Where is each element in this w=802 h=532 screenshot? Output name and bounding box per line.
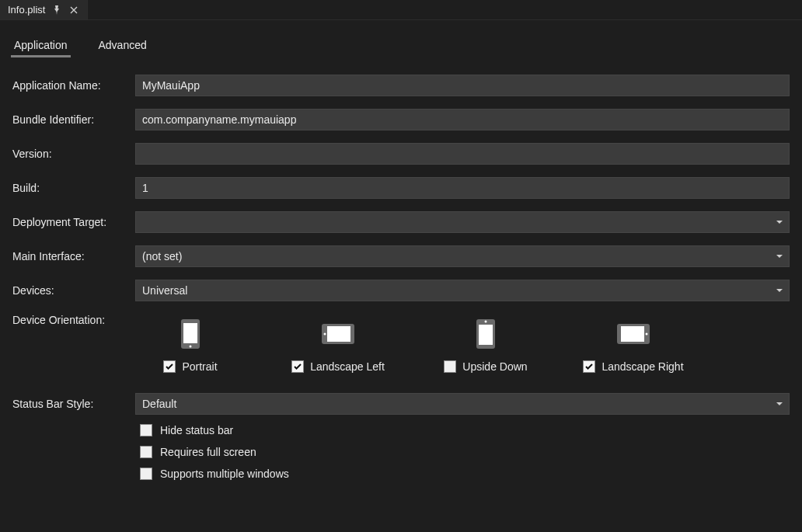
- svg-point-5: [324, 333, 326, 336]
- close-icon[interactable]: [68, 5, 79, 16]
- deployment-target-select[interactable]: [135, 211, 790, 233]
- orientation-landscape-right-checkbox[interactable]: [583, 360, 595, 373]
- bundle-identifier-input[interactable]: [135, 109, 790, 130]
- orientation-portrait-label: Portrait: [182, 360, 217, 373]
- svg-point-2: [190, 346, 192, 348]
- chevron-down-icon: [776, 255, 783, 258]
- build-input[interactable]: [135, 177, 790, 199]
- orientation-landscape-left-checkbox[interactable]: [291, 360, 304, 373]
- orientation-group: Portrait Landscape Left: [135, 314, 790, 373]
- devices-value: Universal: [142, 284, 187, 297]
- svg-point-11: [646, 333, 648, 336]
- pin-icon[interactable]: [51, 5, 62, 16]
- requires-full-screen-checkbox[interactable]: [140, 446, 152, 458]
- application-name-input[interactable]: [135, 75, 790, 96]
- svg-rect-1: [183, 323, 197, 343]
- label-main-interface: Main Interface:: [12, 250, 129, 263]
- orientation-landscape-right-label: Landscape Right: [602, 360, 683, 373]
- subtab-bar: Application Advanced: [12, 20, 790, 64]
- hide-status-bar-label: Hide status bar: [160, 424, 233, 436]
- orientation-upside-down-checkbox[interactable]: [444, 360, 456, 373]
- document-tab-title: Info.plist: [8, 4, 45, 16]
- requires-full-screen-label: Requires full screen: [160, 446, 256, 458]
- orientation-landscape-left-label: Landscape Left: [310, 360, 385, 373]
- supports-multiple-windows-label: Supports multiple windows: [160, 468, 289, 480]
- chevron-down-icon: [776, 289, 783, 292]
- tab-advanced[interactable]: Advanced: [99, 39, 147, 56]
- label-application-name: Application Name:: [12, 79, 129, 92]
- device-landscape-right-icon: [616, 317, 650, 351]
- status-bar-style-select[interactable]: Default: [135, 393, 790, 415]
- status-bar-options: Hide status bar Requires full screen Sup…: [135, 424, 790, 480]
- label-bundle-identifier: Bundle Identifier:: [12, 113, 129, 126]
- svg-point-8: [485, 321, 487, 323]
- main-interface-select[interactable]: (not set): [135, 245, 790, 267]
- orientation-landscape-left: Landscape Left: [288, 317, 389, 373]
- editor-pane: Application Advanced Application Name: B…: [0, 20, 802, 505]
- version-input[interactable]: [135, 143, 790, 165]
- label-deployment-target: Deployment Target:: [12, 216, 129, 228]
- orientation-upside-down-label: Upside Down: [462, 360, 527, 373]
- svg-rect-4: [327, 326, 350, 342]
- label-version: Version:: [12, 148, 129, 160]
- status-bar-style-value: Default: [142, 398, 176, 410]
- orientation-landscape-right: Landscape Right: [583, 317, 684, 373]
- label-status-bar-style: Status Bar Style:: [12, 398, 129, 410]
- tab-bar: Info.plist: [0, 0, 802, 20]
- device-portrait-icon: [173, 317, 207, 351]
- supports-multiple-windows-checkbox[interactable]: [140, 468, 152, 480]
- form: Application Name: Bundle Identifier: Ver…: [12, 75, 790, 480]
- orientation-portrait-checkbox[interactable]: [163, 360, 176, 373]
- device-landscape-left-icon: [321, 317, 355, 351]
- document-tab[interactable]: Info.plist: [0, 0, 88, 19]
- hide-status-bar-checkbox[interactable]: [140, 424, 152, 436]
- tab-application[interactable]: Application: [14, 39, 68, 56]
- label-devices: Devices:: [12, 284, 129, 297]
- chevron-down-icon: [776, 402, 783, 405]
- orientation-upside-down: Upside Down: [435, 317, 536, 373]
- label-build: Build:: [12, 182, 129, 194]
- label-device-orientation: Device Orientation:: [12, 314, 129, 326]
- devices-select[interactable]: Universal: [135, 280, 790, 301]
- device-upside-down-icon: [469, 317, 503, 351]
- chevron-down-icon: [776, 221, 783, 224]
- orientation-portrait: Portrait: [140, 317, 241, 373]
- main-interface-value: (not set): [142, 250, 182, 263]
- svg-rect-10: [621, 326, 644, 342]
- svg-rect-7: [479, 325, 493, 345]
